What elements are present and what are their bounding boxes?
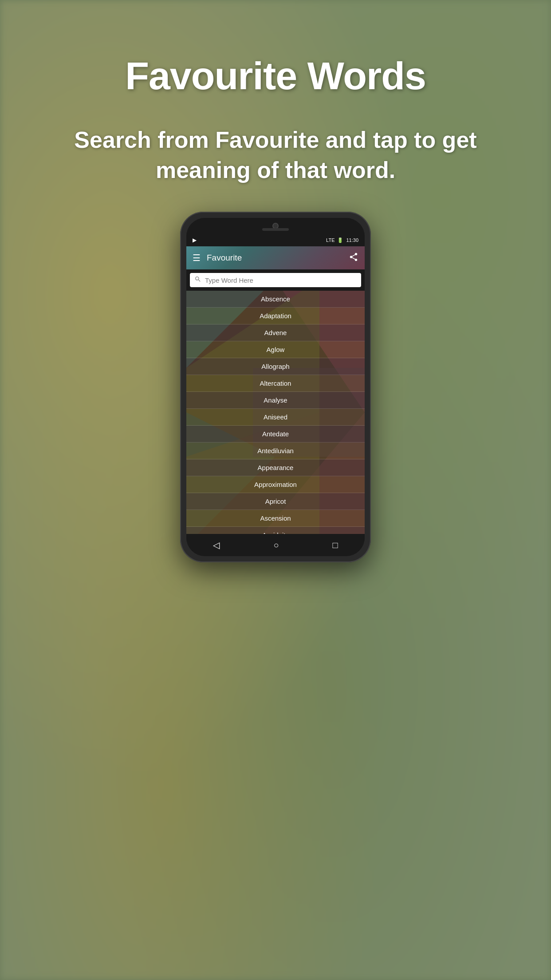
search-input[interactable] — [205, 277, 357, 284]
play-icon: ▶ — [193, 237, 197, 243]
recents-button[interactable]: □ — [332, 540, 338, 550]
toolbar-title: Favourite — [207, 253, 349, 263]
word-list-container: AbscenceAdaptationAdveneAglowAllographAl… — [186, 291, 365, 534]
list-item[interactable]: Advene — [186, 324, 365, 341]
list-item[interactable]: Ascension — [186, 510, 365, 527]
home-button[interactable]: ○ — [273, 540, 279, 550]
list-item[interactable]: Aglow — [186, 341, 365, 358]
page-title: Favourite Words — [125, 53, 426, 99]
phone-top-bar — [186, 218, 365, 234]
share-icon[interactable] — [349, 252, 358, 264]
phone-speaker — [262, 228, 289, 231]
list-item[interactable]: Aniseed — [186, 409, 365, 426]
back-button[interactable]: ◁ — [213, 540, 220, 550]
list-item[interactable]: Assiduity — [186, 527, 365, 534]
list-item[interactable]: Appearance — [186, 459, 365, 476]
status-bar: ▶ LTE 🔋 11:30 — [186, 234, 365, 246]
list-item[interactable]: Allograph — [186, 358, 365, 375]
page-subtitle: Search from Favourite and tap to get mea… — [0, 125, 551, 185]
list-item[interactable]: Approximation — [186, 476, 365, 493]
time-display: 11:30 — [346, 237, 358, 243]
nav-bar: ◁ ○ □ — [186, 534, 365, 556]
list-item[interactable]: Altercation — [186, 375, 365, 392]
menu-icon[interactable]: ☰ — [193, 253, 201, 263]
battery-icon: 🔋 — [337, 237, 343, 243]
search-bar[interactable] — [190, 273, 361, 287]
list-item[interactable]: Apricot — [186, 493, 365, 510]
list-item[interactable]: Adaptation — [186, 308, 365, 324]
word-list: AbscenceAdaptationAdveneAglowAllographAl… — [186, 291, 365, 534]
search-icon — [194, 276, 201, 285]
app-toolbar: ☰ Favourite — [186, 246, 365, 269]
signal-indicator: LTE — [326, 237, 335, 243]
list-item[interactable]: Abscence — [186, 291, 365, 308]
list-item[interactable]: Antediluvian — [186, 443, 365, 459]
list-item[interactable]: Analyse — [186, 392, 365, 409]
phone-mockup: ▶ LTE 🔋 11:30 ☰ Favourite — [180, 212, 371, 562]
list-item[interactable]: Antedate — [186, 426, 365, 443]
